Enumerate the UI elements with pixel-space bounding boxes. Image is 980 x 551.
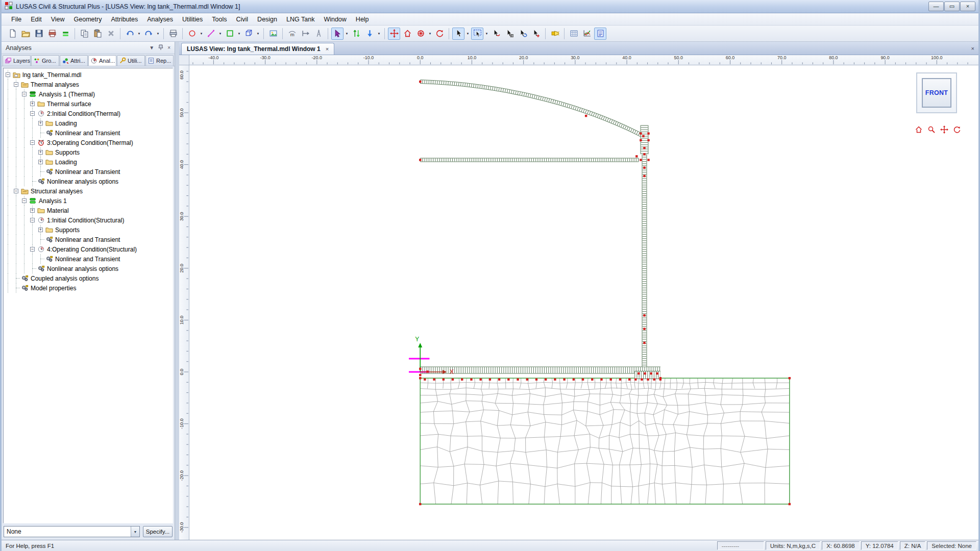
model-viewport[interactable]: YX FRONT [189,65,978,540]
delx-toolbar-button[interactable] [105,28,117,40]
rotr-toolbar-button[interactable] [433,28,446,40]
tree-item[interactable]: −Structural analyses [4,186,173,196]
tree-expander[interactable]: + [38,228,43,232]
panel-close-icon[interactable]: × [167,45,170,51]
zoom-red-icon[interactable] [927,126,936,136]
tree-item[interactable]: −1:Initial Condition(Structural) [4,215,173,225]
tree-item[interactable]: −2:Initial Condition(Thermal) [4,109,173,118]
panel-tab-gro[interactable]: Gro... [31,55,59,66]
tree-expander[interactable]: − [14,82,18,87]
dropdown-arrow-icon[interactable]: ▼ [376,28,382,40]
tree-item[interactable]: Nonlinear analysis options [4,177,173,186]
close-button[interactable]: × [960,2,975,11]
tree-expander[interactable]: − [30,111,35,116]
view-orientation-cube[interactable]: FRONT [916,72,957,113]
combo-dropdown-icon[interactable]: ▼ [131,527,139,537]
tree-item[interactable]: +Loading [4,157,173,167]
meshm-toolbar-button[interactable]: m [286,28,298,40]
view-tab-close-icon[interactable]: × [326,46,329,52]
cursor-toolbar-button[interactable] [452,28,464,40]
cursspin-toolbar-button[interactable] [517,28,529,40]
menu-view[interactable]: View [46,14,69,24]
tree-item[interactable]: Model properties [4,283,173,293]
cursplus-toolbar-button[interactable] [530,28,542,40]
dropdown-arrow-icon[interactable]: ▼ [217,28,223,40]
paste-toolbar-button[interactable] [91,28,104,40]
table-toolbar-button[interactable] [568,28,580,40]
menu-file[interactable]: File [7,14,26,24]
menu-window[interactable]: Window [319,14,351,24]
pointg-toolbar-button[interactable] [350,28,362,40]
assign-toolbar-button[interactable] [331,28,344,40]
rotate-red-icon[interactable] [953,126,961,136]
linem-toolbar-button[interactable] [205,28,217,40]
move4-toolbar-button[interactable] [388,28,400,40]
tree-item[interactable]: −Thermal analyses [4,80,173,89]
cursorbox-toolbar-button[interactable] [471,28,483,40]
new-toolbar-button[interactable] [6,28,18,40]
tree-expander[interactable]: + [30,208,35,213]
pan-red-icon[interactable] [940,126,948,136]
image-toolbar-button[interactable] [267,28,279,40]
cursred-toolbar-button[interactable] [490,28,502,40]
panel-menu-icon[interactable]: ▼ [149,45,154,51]
panel-tab-layers[interactable]: Layers [3,55,31,66]
selection-filter-combo[interactable]: None ▼ [4,526,140,537]
maximize-button[interactable]: ▭ [944,2,960,11]
save-toolbar-button[interactable] [33,28,45,40]
arrowb-toolbar-button[interactable] [363,28,376,40]
tree-item[interactable]: Nonlinear and Transient [4,254,173,264]
home-red-icon[interactable] [915,126,923,136]
undo-toolbar-button[interactable] [124,28,136,40]
tabstrip-close-icon[interactable]: × [971,45,974,52]
report-toolbar-button[interactable] [594,28,606,40]
menu-help[interactable]: Help [351,14,374,24]
minimize-button[interactable]: — [928,2,944,11]
menu-analyses[interactable]: Analyses [142,14,178,24]
tree-item[interactable]: −4:Operating Condition(Structural) [4,244,173,254]
homer-toolbar-button[interactable] [401,28,413,40]
tree-expander[interactable]: + [38,121,43,126]
tree-expander[interactable]: + [38,150,43,155]
tree-expander[interactable]: − [30,218,35,222]
menu-design[interactable]: Design [253,14,282,24]
curspan-toolbar-button[interactable] [503,28,516,40]
cubeb-toolbar-button[interactable] [242,28,255,40]
tree-item[interactable]: −Analysis 1 [4,196,173,206]
tree-expander[interactable]: + [38,160,43,164]
tree-expander[interactable]: + [30,102,35,106]
tree-item[interactable]: Nonlinear and Transient [4,167,173,177]
tree-expander[interactable]: − [30,247,35,252]
tree-item[interactable]: +Thermal surface [4,99,173,109]
wheelr-toolbar-button[interactable] [414,28,427,40]
menu-attributes[interactable]: Attributes [106,14,142,24]
tree-item[interactable]: Nonlinear and Transient [4,128,173,138]
tree-expander[interactable]: − [14,189,18,193]
dropdown-arrow-icon[interactable]: ▼ [484,28,489,40]
print-toolbar-button[interactable] [167,28,179,40]
compass-toolbar-button[interactable] [312,28,325,40]
dropdown-arrow-icon[interactable]: ▼ [255,28,261,40]
view-tab[interactable]: LUSAS View: lng tank_Thermal.mdl Window … [181,43,334,55]
tree-expander[interactable]: − [22,92,27,96]
printred-toolbar-button[interactable] [46,28,58,40]
panel-splitter[interactable] [175,42,179,540]
tree-item[interactable]: +Loading [4,118,173,128]
tree-item[interactable]: Nonlinear analysis options [4,264,173,273]
dropdown-arrow-icon[interactable]: ▼ [199,28,204,40]
tree-item[interactable]: +Supports [4,147,173,157]
dropdown-arrow-icon[interactable]: ▼ [155,28,161,40]
menu-tools[interactable]: Tools [207,14,231,24]
dropdown-arrow-icon[interactable]: ▼ [344,28,350,40]
dropdown-arrow-icon[interactable]: ▼ [465,28,471,40]
tree-item[interactable]: −lng tank_Thermal.mdl [4,70,173,80]
dropdown-arrow-icon[interactable]: ▼ [236,28,242,40]
tree-expander[interactable]: − [30,140,35,145]
panel-tab-rep[interactable]: Rep... [145,55,174,66]
tree-item[interactable]: −Analysis 1 (Thermal) [4,89,173,99]
tree-item[interactable]: Coupled analysis options [4,273,173,283]
menu-utilities[interactable]: Utilities [178,14,207,24]
pin-icon[interactable] [158,44,163,52]
menu-lng-tank[interactable]: LNG Tank [282,14,319,24]
mapsto-toolbar-button[interactable] [299,28,311,40]
